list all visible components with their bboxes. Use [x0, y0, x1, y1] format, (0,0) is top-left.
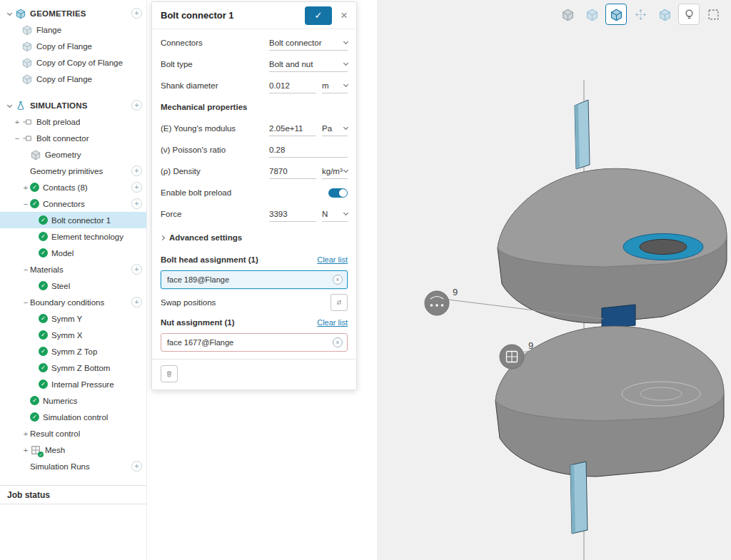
- simulation-icon: [21, 133, 33, 144]
- tree-item-symm-x[interactable]: ✓ Symm X: [0, 327, 146, 343]
- density-label: (ρ) Density: [161, 167, 269, 175]
- tree-item-symm-y[interactable]: ✓ Symm Y: [0, 310, 146, 327]
- poissons-ratio-input[interactable]: 0.28: [269, 142, 348, 158]
- add-material-button[interactable]: +: [131, 264, 142, 275]
- collapse-icon[interactable]: −: [21, 298, 30, 307]
- shank-diameter-unit-select[interactable]: m: [322, 78, 348, 93]
- job-status-bar[interactable]: Job status: [0, 485, 146, 504]
- tree-item-geometry-primitives[interactable]: Geometry primitives +: [0, 163, 146, 179]
- chevron-down-icon[interactable]: [6, 102, 13, 109]
- shank-diameter-label: Shank diameter: [161, 81, 269, 90]
- remove-assignment-icon[interactable]: ×: [333, 337, 343, 347]
- view-mode-cube-active-button[interactable]: [605, 4, 627, 25]
- tree-item-numerics[interactable]: ✓ Numerics: [0, 392, 146, 409]
- view-mode-cube-outline-button[interactable]: [654, 4, 675, 25]
- expand-icon[interactable]: +: [21, 446, 30, 454]
- expand-icon[interactable]: +: [13, 118, 21, 126]
- tree-item-flange[interactable]: Flange: [0, 21, 146, 38]
- add-boundary-condition-button[interactable]: +: [131, 297, 142, 307]
- add-connector-button[interactable]: +: [131, 198, 142, 209]
- mesh-icon: ✓: [30, 444, 41, 456]
- part-icon: [21, 41, 33, 52]
- chevron-down-icon: [343, 61, 348, 66]
- tree-section-simulations[interactable]: SIMULATIONS +: [0, 97, 146, 113]
- youngs-modulus-unit-select[interactable]: Pa: [322, 121, 348, 136]
- tree-item-element-technology[interactable]: ✓ Element technology: [0, 228, 146, 245]
- density-unit-select[interactable]: kg/m³: [322, 163, 348, 179]
- tree-item-copy-of-flange-2[interactable]: Copy of Flange: [0, 71, 146, 87]
- viewer-toolbar: [557, 4, 724, 25]
- collapse-icon[interactable]: −: [21, 265, 30, 274]
- tree-item-bolt-connector[interactable]: − Bolt connector: [0, 130, 146, 146]
- box-select-button[interactable]: [702, 4, 724, 25]
- poissons-ratio-row: (ν) Poisson's ratio 0.28: [161, 139, 348, 161]
- viewport-3d[interactable]: 9 9: [377, 0, 731, 560]
- check-icon: ✓: [39, 215, 48, 225]
- bolt-head-assignment-label: Bolt head assignment (1): [161, 255, 317, 264]
- tree-item-connectors[interactable]: − ✓ Connectors +: [0, 195, 146, 212]
- nut-assignment-box[interactable]: face 1677@Flange ×: [161, 333, 348, 352]
- chevron-right-icon: [160, 235, 165, 240]
- tree-item-simulation-runs[interactable]: Simulation Runs +: [0, 458, 146, 474]
- bolt-head-assignment-box[interactable]: face 189@Flange ×: [161, 270, 348, 289]
- density-input[interactable]: 7870: [269, 163, 316, 179]
- hidden-entities-badge-1[interactable]: [425, 291, 449, 315]
- tree-item-copy-of-copy-of-flange[interactable]: Copy of Copy of Flange: [0, 54, 146, 71]
- tree-item-boundary-conditions[interactable]: − Boundary conditions +: [0, 294, 146, 310]
- tree-item-materials[interactable]: − Materials +: [0, 261, 146, 278]
- view-mode-cube-shaded-button[interactable]: [581, 4, 603, 25]
- expand-icon[interactable]: +: [21, 183, 30, 192]
- tree-item-internal-pressure[interactable]: ✓ Internal Pressure: [0, 376, 146, 392]
- collapse-icon[interactable]: −: [13, 134, 21, 143]
- add-simulation-run-button[interactable]: +: [131, 461, 142, 472]
- tree-item-bolt-connector-1[interactable]: ✓ Bolt connector 1: [0, 212, 146, 228]
- connectors-select[interactable]: Bolt connector: [269, 35, 348, 51]
- force-row: Force 3393 N: [161, 203, 348, 225]
- bolt-type-select[interactable]: Bolt and nut: [269, 56, 348, 72]
- bolt-head-assignment-header: Bolt head assignment (1) Clear list: [161, 250, 348, 269]
- youngs-modulus-input[interactable]: 2.05e+11: [269, 121, 316, 136]
- tree-item-mesh[interactable]: + ✓ Mesh: [0, 442, 146, 458]
- close-icon[interactable]: ×: [339, 9, 349, 23]
- force-input[interactable]: 3393: [269, 206, 316, 222]
- scene-3d[interactable]: 9 9: [377, 0, 731, 560]
- add-geometry-primitive-button[interactable]: +: [131, 166, 142, 176]
- tree-item-contacts[interactable]: + ✓ Contacts (8) +: [0, 179, 146, 195]
- enable-bolt-preload-label: Enable bolt preload: [161, 188, 328, 197]
- bolt-head-hole[interactable]: [640, 240, 687, 255]
- tree-item-symm-z-top[interactable]: ✓ Symm Z Top: [0, 343, 146, 360]
- delete-button[interactable]: [161, 365, 178, 382]
- apply-button[interactable]: ✓: [305, 6, 332, 25]
- enable-bolt-preload-toggle[interactable]: [328, 188, 348, 198]
- tree-item-simulation-control[interactable]: ✓ Simulation control: [0, 409, 146, 425]
- add-contact-button[interactable]: +: [131, 182, 142, 193]
- add-simulation-button[interactable]: +: [131, 100, 142, 111]
- tree-section-geometries[interactable]: GEOMETRIES +: [0, 5, 146, 21]
- tree-item-result-control[interactable]: + Result control: [0, 425, 146, 442]
- view-mode-cube-gray-button[interactable]: [557, 4, 578, 25]
- swap-positions-label: Swap positions: [161, 298, 331, 307]
- tree-item-bolt-preload[interactable]: + Bolt preload: [0, 113, 146, 130]
- add-geometry-button[interactable]: +: [131, 8, 142, 19]
- check-icon: ✓: [39, 363, 48, 372]
- collapse-icon[interactable]: −: [21, 200, 30, 208]
- move-tool-button[interactable]: [630, 4, 651, 25]
- tree-item-steel[interactable]: ✓ Steel: [0, 278, 146, 294]
- advanced-settings-toggle[interactable]: Advanced settings: [161, 225, 348, 250]
- tree-item-copy-of-flange[interactable]: Copy of Flange: [0, 38, 146, 54]
- chevron-down-icon[interactable]: [6, 10, 13, 17]
- tree-item-geometry[interactable]: Geometry: [0, 146, 146, 163]
- nut-block[interactable]: [602, 305, 635, 329]
- bolt-head-clear-list-link[interactable]: Clear list: [317, 255, 348, 264]
- swap-positions-button[interactable]: [331, 294, 348, 311]
- shank-diameter-input[interactable]: 0.012: [269, 78, 316, 93]
- expand-icon[interactable]: +: [21, 429, 30, 438]
- light-bulb-button[interactable]: [678, 4, 700, 25]
- force-unit-select[interactable]: N: [322, 206, 348, 222]
- hidden-entities-badge-2[interactable]: [500, 345, 524, 369]
- tree-item-symm-z-bottom[interactable]: ✓ Symm Z Bottom: [0, 360, 146, 376]
- check-icon: ✓: [38, 452, 44, 457]
- remove-assignment-icon[interactable]: ×: [333, 275, 343, 285]
- nut-clear-list-link[interactable]: Clear list: [317, 318, 348, 327]
- tree-item-model[interactable]: ✓ Model: [0, 245, 146, 261]
